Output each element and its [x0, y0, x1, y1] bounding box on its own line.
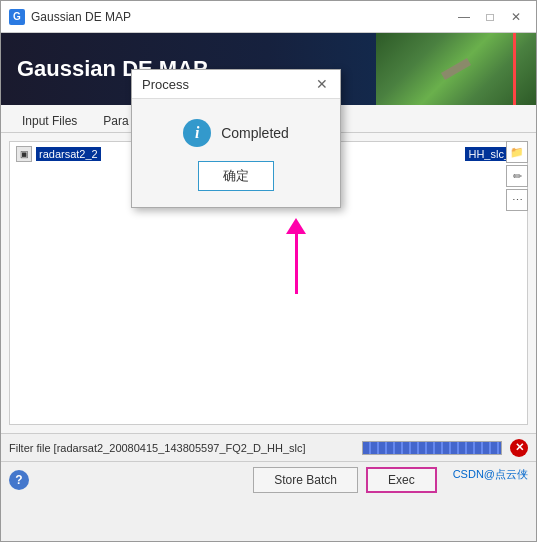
- dialog-close-button[interactable]: ✕: [314, 76, 330, 92]
- dialog-ok-button[interactable]: 确定: [198, 161, 274, 191]
- main-window: G Gaussian DE MAP — □ ✕ Gaussian DE MAP …: [0, 0, 537, 542]
- dialog-completed-text: Completed: [221, 125, 289, 141]
- dialog-body: i Completed 确定: [132, 99, 340, 207]
- process-dialog: Process ✕ i Completed 确定: [131, 69, 341, 208]
- info-icon: i: [183, 119, 211, 147]
- dialog-title: Process: [142, 77, 189, 92]
- dialog-title-bar: Process ✕: [132, 70, 340, 99]
- dialog-overlay: Process ✕ i Completed 确定: [1, 1, 536, 541]
- dialog-message-row: i Completed: [183, 119, 289, 147]
